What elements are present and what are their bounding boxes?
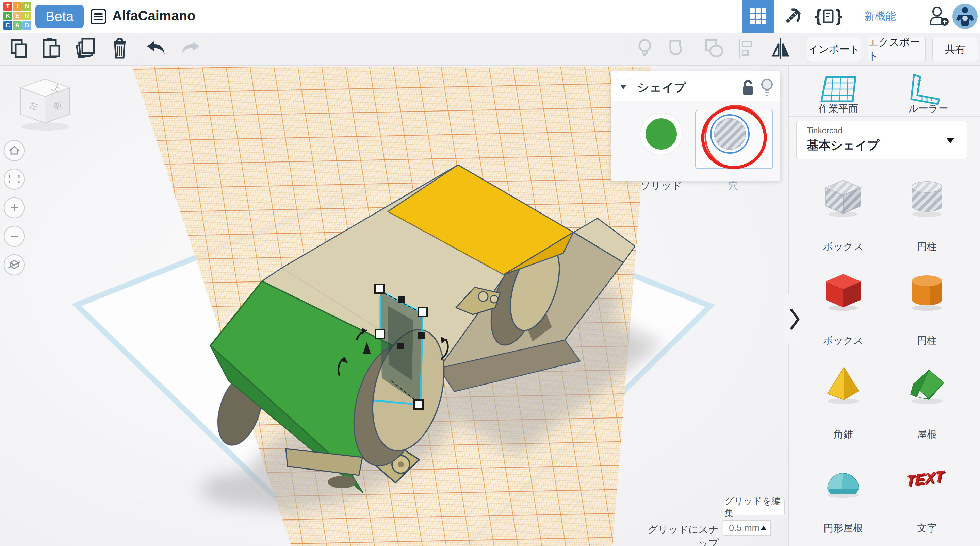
import-button[interactable]: インポート [807,37,861,62]
avatar-robot-icon [952,3,978,29]
export-button[interactable]: エクスポート [868,37,926,62]
collection-select[interactable]: Tinkercad 基本シェイプ [796,121,967,159]
redo-button[interactable] [180,40,201,56]
show-all-button[interactable] [636,37,654,60]
ungroup-button[interactable] [705,39,724,59]
design-menu-icon[interactable] [91,9,106,24]
shape-tile-label: 円柱 [886,240,968,254]
paste-button[interactable] [42,37,60,59]
svg-text:{: { [815,7,822,25]
inspector-title: シェイプ [637,79,686,95]
duplicate-button[interactable] [76,37,95,59]
workplane-button[interactable] [820,75,858,103]
lock-icon[interactable] [740,79,756,96]
app-header: T I N K E R C A D Beta AlfaCaimano [0,0,980,33]
logo-tile: C [3,21,12,30]
account-avatar[interactable] [951,0,978,33]
shape-tile-pyramid[interactable]: 角錐 [802,365,884,443]
toolbar-divider [661,35,662,63]
codeblocks-icon: { } [814,7,843,26]
pickaxe-icon [784,7,803,26]
shape-tile-label: ボックス [802,240,884,254]
invite-button[interactable] [923,0,954,33]
shape-tile-label: ボックス [802,334,884,348]
minecraft-export-button[interactable] [781,0,805,33]
fit-view-button[interactable] [4,169,24,189]
chevron-right-icon [789,304,801,335]
document-title[interactable]: AlfaCaimano [112,8,196,24]
shape-tile-label: 屋根 [886,428,968,441]
group-button[interactable] [668,39,687,59]
snap-grid-select[interactable]: 0.5 mm [723,520,771,536]
codeblocks-button[interactable]: { } [813,0,844,33]
collapse-panel-tab[interactable] [784,294,805,344]
shape-tile-label: 角錐 [802,428,884,441]
collection-kicker: Tinkercad [807,126,842,135]
chevron-up-icon [761,526,766,530]
chevron-down-icon [620,85,627,89]
undo-button[interactable] [146,40,166,56]
shapes-sidebar: 作業平面 ルーラー Tinkercad 基本シェイプ ボックス 円柱 [788,65,980,546]
svg-text:}: } [835,7,842,25]
header-divider [919,3,920,30]
shape-inspector-panel: シェイプ ソリッド 穴 [611,71,780,181]
toolbar-divider [731,35,731,63]
sidebar-divider [789,116,980,117]
toolbar-divider [628,35,628,63]
align-button[interactable] [737,39,756,59]
solid-option-label: ソリッド [627,179,695,193]
grid-icon [749,8,767,25]
shape-tile-label: 円柱 [886,334,968,348]
ruler-label: ルーラー [884,102,972,116]
logo-tile: N [22,2,31,11]
logo-tile: A [13,21,22,30]
logo-tile: K [3,11,12,21]
collection-name: 基本シェイプ [807,137,879,153]
collapse-inspector-button[interactable] [616,79,631,95]
workplane-label: 作業平面 [794,102,883,116]
shape-tile-roof[interactable]: 屋根 [886,365,968,443]
share-button[interactable]: 共有 [932,37,978,62]
shape-tile-hole-cylinder[interactable]: 円柱 [886,178,968,256]
new-features-link[interactable]: 新機能 [864,0,896,33]
edit-grid-button[interactable]: グリッドを編集 [724,499,785,516]
logo-tile: D [22,21,31,30]
mirror-button[interactable] [771,37,790,60]
shape-tile-cylinder[interactable]: 円柱 [886,271,968,349]
logo-tile: I [13,2,22,11]
solid-option[interactable] [637,110,685,158]
hole-option-label: 穴 [699,179,767,193]
shape-tile-label: 文字 [886,522,968,535]
solid-color-swatch [646,118,677,149]
shape-tile-label: 円形屋根 [802,522,884,535]
shape-tile-text[interactable]: TEXT TEXT 文字 [886,459,968,537]
beta-badge: Beta [35,5,84,28]
tinkercad-logo[interactable]: T I N K E R C A D [3,2,32,30]
logo-tile: R [22,11,31,21]
shape-tile-box[interactable]: ボックス [802,271,884,349]
copy-button[interactable] [10,39,28,59]
blocks-view-button[interactable] [742,0,775,33]
shape-tile-hole-box[interactable]: ボックス [802,178,884,256]
ruler-button[interactable] [904,73,945,105]
shape-tile-round-roof[interactable]: 円形屋根 [802,459,884,537]
viewcube-front-label[interactable]: 前 [52,100,63,111]
chevron-down-icon [946,138,955,143]
snap-grid-label: グリッドにスナップ [646,523,719,546]
home-view-button[interactable] [4,140,24,161]
snap-grid-value: 0.5 mm [729,523,759,533]
person-plus-icon [928,5,950,27]
text-shape-word: TEXT [907,467,945,490]
logo-tile: T [3,2,12,11]
hide-bulb-icon[interactable] [760,78,774,97]
sidebar-divider [789,165,980,166]
delete-button[interactable] [111,37,129,59]
annotation-circle [692,95,778,180]
logo-tile: E [13,11,22,21]
edit-toolbar: インポート エクスポート 共有 [0,33,980,66]
